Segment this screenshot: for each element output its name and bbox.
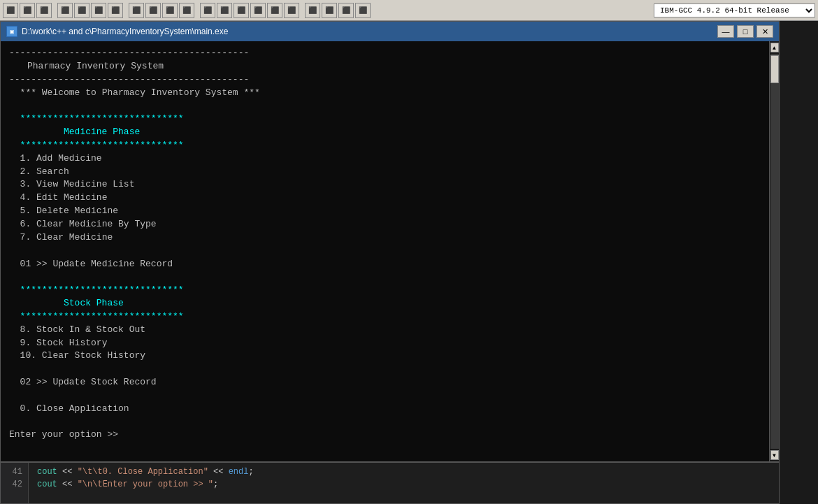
compiler-dropdown[interactable]: IBM-GCC 4.9.2 64-bit Release [654,3,815,17]
menu-item-5: 5. Delete Medicine [20,206,118,216]
welcome-text: *** Welcome to Pharmacy Inventory System… [20,87,260,98]
code-line-41: cout << "\t\t0. Close Application" << en… [37,466,770,478]
menu-item-8: 8. Stock In & Stock Out [20,324,145,335]
toolbar-icon-11[interactable]: ⬛ [179,3,194,18]
medicine-phase-label: Medicine Phase [64,127,140,137]
toolbar-icon-12[interactable]: ⬛ [200,3,215,18]
toolbar-icon-16[interactable]: ⬛ [267,3,282,18]
toolbar-icon-8[interactable]: ⬛ [129,3,144,18]
update-medicine-record: 01 >> Update Medicine Record [20,259,173,269]
toolbar-icon-13[interactable]: ⬛ [217,3,232,18]
ide-toolbar: ⬛ ⬛ ⬛ ⬛ ⬛ ⬛ ⬛ ⬛ ⬛ ⬛ ⬛ ⬛ ⬛ ⬛ ⬛ ⬛ ⬛ ⬛ ⬛ ⬛ … [0,0,818,21]
window-controls: — □ ✕ [717,25,773,38]
close-button[interactable]: ✕ [756,25,773,38]
menu-item-2: 2. Search [20,166,69,177]
toolbar-icon-21[interactable]: ⬛ [355,3,371,18]
menu-item-9: 9. Stock History [20,338,108,348]
system-title: Pharmacy Inventory System [9,61,164,71]
code-panel: 41 42 cout << "\t\t0. Close Application"… [1,461,779,503]
line-numbers: 41 42 [1,463,29,503]
maximize-button[interactable]: □ [737,25,754,38]
toolbar-icon-19[interactable]: ⬛ [322,3,337,18]
toolbar-icon-9[interactable]: ⬛ [145,3,161,18]
separator-mid: ----------------------------------------… [9,74,249,85]
menu-item-3: 3. View Medicine List [20,179,135,189]
toolbar-icon-4[interactable]: ⬛ [57,3,73,18]
stock-phase-label: Stock Phase [64,298,124,308]
console-window: ▣ D:\work\c++ and c\PharmacyInventorySys… [0,21,780,504]
toolbar-icon-group: ⬛ ⬛ ⬛ ⬛ ⬛ ⬛ ⬛ ⬛ ⬛ ⬛ ⬛ ⬛ ⬛ ⬛ ⬛ ⬛ ⬛ ⬛ ⬛ ⬛ … [3,3,371,18]
code-content: cout << "\t\t0. Close Application" << en… [29,463,779,503]
minimize-button[interactable]: — [717,25,734,38]
toolbar-icon-1[interactable]: ⬛ [3,3,18,18]
close-application: 0. Close Application [20,403,129,414]
toolbar-icon-7[interactable]: ⬛ [108,3,123,18]
console-output: ----------------------------------------… [1,41,769,461]
toolbar-icon-10[interactable]: ⬛ [162,3,178,18]
update-stock-record: 02 >> Update Stock Record [20,377,157,387]
toolbar-icon-15[interactable]: ⬛ [250,3,266,18]
prompt-text: Enter your option >> [9,429,124,440]
console-titlebar: ▣ D:\work\c++ and c\PharmacyInventorySys… [1,22,779,41]
menu-item-6: 6. Clear Medicine By Type [20,219,157,229]
main-area: ▣ D:\work\c++ and c\PharmacyInventorySys… [0,21,818,504]
toolbar-icon-17[interactable]: ⬛ [284,3,299,18]
console-icon: ▣ [6,26,17,37]
menu-item-1: 1. Add Medicine [20,153,102,164]
menu-item-7: 7. Clear Medicine [20,232,113,243]
scroll-up-arrow[interactable]: ▲ [770,43,779,52]
toolbar-icon-2[interactable]: ⬛ [20,3,35,18]
toolbar-icon-6[interactable]: ⬛ [91,3,106,18]
toolbar-icon-18[interactable]: ⬛ [305,3,320,18]
stars-2: ****************************** [20,140,184,150]
toolbar-icon-14[interactable]: ⬛ [234,3,249,18]
scroll-track[interactable] [770,54,779,449]
scroll-thumb[interactable] [770,55,779,83]
menu-item-4: 4. Edit Medicine [20,192,108,203]
right-sidebar [780,21,818,504]
stars-1: ****************************** [20,113,184,124]
toolbar-icon-5[interactable]: ⬛ [74,3,89,18]
console-scrollbar[interactable]: ▲ ▼ [769,41,779,461]
menu-item-10: 10. Clear Stock History [20,350,145,361]
toolbar-icon-3[interactable]: ⬛ [36,3,52,18]
scroll-down-arrow[interactable]: ▼ [770,450,779,460]
toolbar-icon-20[interactable]: ⬛ [338,3,354,18]
code-line-42: cout << "\n\tEnter your option >> "; [37,478,770,491]
separator-top: ----------------------------------------… [9,48,249,58]
line-num-42: 42 [6,478,22,491]
line-num-41: 41 [6,466,22,478]
stars-3: ****************************** [20,285,184,295]
stars-4: ****************************** [20,311,184,322]
console-title: D:\work\c++ and c\PharmacyInventorySyste… [22,27,717,36]
